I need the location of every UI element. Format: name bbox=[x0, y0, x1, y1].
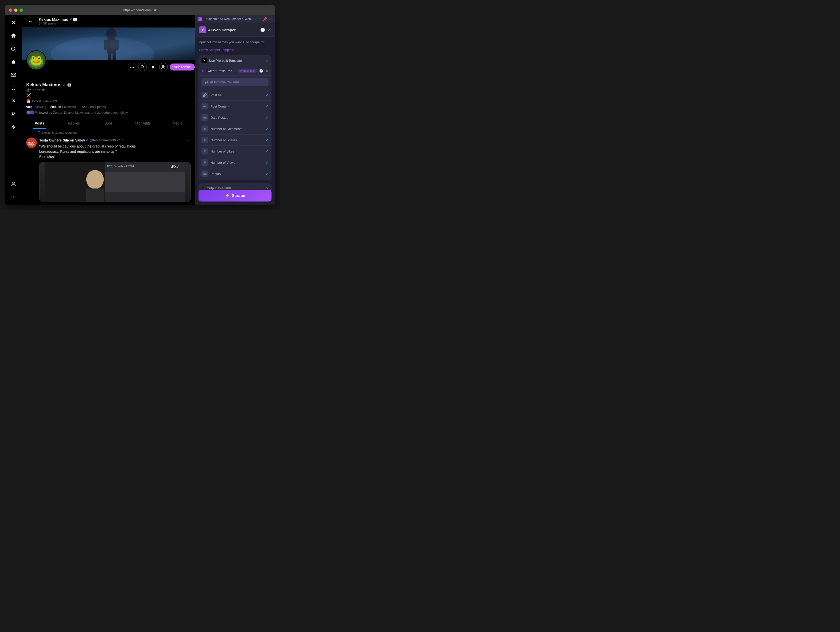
close-panel-icon[interactable]: ✕ bbox=[268, 27, 271, 32]
pin-icon[interactable]: 📌 bbox=[263, 17, 267, 21]
notification-bell-button[interactable] bbox=[149, 63, 157, 71]
field-post-content-check: ✔ bbox=[265, 104, 268, 109]
field-num-shares-label: Number of Shares bbox=[210, 138, 263, 142]
profile-verified-icon: ✔ bbox=[63, 83, 66, 87]
sidebar-item-communities[interactable] bbox=[8, 108, 19, 120]
more-options-button[interactable]: ••• bbox=[128, 63, 136, 71]
close-prebuilt-icon[interactable]: ✕ bbox=[265, 58, 268, 63]
ai-improve-columns-button[interactable]: ✨ AI Improve Columns bbox=[202, 78, 268, 86]
table-icon: ⊞ bbox=[202, 186, 205, 190]
field-num-comments-check: ✔ bbox=[265, 126, 268, 131]
svg-point-21 bbox=[30, 60, 42, 68]
thunderbit-panel-title: AI Web Scraper bbox=[208, 28, 236, 32]
follow-button[interactable] bbox=[159, 63, 168, 71]
browser-window: https://x.com/elonmusk ✕ bbox=[5, 5, 275, 205]
tab-posts[interactable]: Posts bbox=[22, 118, 57, 129]
tweet-media[interactable]: WSJ, December 9, 2020 WSJ bbox=[39, 162, 191, 202]
tweet-author: Tesla Owners Silicon Valley ✔ @teslaowne… bbox=[39, 138, 125, 142]
svg-point-31 bbox=[162, 65, 164, 67]
svg-point-27 bbox=[39, 59, 40, 60]
sidebar-item-bookmarks[interactable] bbox=[8, 82, 19, 94]
output-chevron-icon: ∨ bbox=[266, 186, 268, 190]
thunderbit-header: ⚡ AI Web Scraper 🕐 ✕ bbox=[195, 23, 275, 36]
minimize-button[interactable] bbox=[14, 8, 17, 12]
subscriptions-stat[interactable]: 185 Subscriptions bbox=[80, 105, 106, 109]
template-history-icon[interactable]: 🕐 bbox=[259, 69, 263, 73]
scrape-button[interactable]: ⚡ Scrape bbox=[199, 190, 272, 202]
sidebar-item-grok[interactable] bbox=[8, 121, 19, 133]
text-field-icon-3: Aa bbox=[202, 171, 208, 177]
svg-line-30 bbox=[143, 68, 144, 69]
tab-highlights[interactable]: Highlights bbox=[126, 118, 160, 129]
thunderbit-header-left: ⚡ AI Web Scraper bbox=[199, 26, 236, 33]
tweet-more-button[interactable]: ··· bbox=[187, 137, 191, 143]
followed-avatars bbox=[26, 110, 33, 115]
svg-point-20 bbox=[29, 55, 43, 68]
followers-stat[interactable]: 209.8M Followers bbox=[50, 105, 76, 109]
thunderbit-favicon: ⚡ bbox=[198, 17, 202, 21]
field-post-url: 🔗 Post URL ✔ bbox=[199, 90, 272, 101]
maximize-button[interactable] bbox=[19, 8, 23, 12]
svg-rect-15 bbox=[115, 40, 118, 50]
close-button[interactable] bbox=[9, 8, 12, 12]
new-scraper-template-button[interactable]: + New Scraper Template bbox=[199, 48, 272, 52]
sidebar-item-notifications[interactable] bbox=[8, 56, 19, 68]
subscribe-button[interactable]: Subscribe bbox=[170, 63, 195, 71]
browser-content: ✕ ✕ bbox=[5, 15, 275, 205]
url-bar[interactable]: https://x.com/elonmusk bbox=[123, 8, 157, 12]
profile-joined: 📅 Joined June 2009 bbox=[26, 99, 191, 103]
profile-nav-name: Kekius Maximus ✔ X bbox=[39, 17, 77, 22]
field-photos-label: Photos bbox=[210, 172, 263, 176]
thunderbit-logo-icon: ⚡ bbox=[199, 26, 206, 33]
use-prebuilt-left: ✕ Use Pre-built Template bbox=[202, 58, 242, 63]
template-delete-icon[interactable]: 🗑 bbox=[265, 69, 268, 73]
back-button[interactable]: ← bbox=[26, 17, 35, 25]
sidebar-item-more[interactable] bbox=[8, 191, 19, 203]
field-photos-check: ✔ bbox=[265, 172, 268, 176]
tab-media[interactable]: Media bbox=[160, 118, 195, 129]
close-tab-icon[interactable]: ✕ bbox=[269, 17, 272, 21]
svg-point-12 bbox=[106, 28, 117, 40]
field-list: 🔗 Post URL ✔ Aa Post Content ✔ Aa Date P… bbox=[199, 88, 272, 180]
profile-x-badge: X bbox=[68, 84, 71, 87]
field-date-posted-check: ✔ bbox=[265, 115, 268, 120]
thunderbit-panel: ⚡ Thunderbit: AI Web Scraper & Web A... … bbox=[195, 15, 275, 205]
sidebar-item-home[interactable] bbox=[8, 30, 19, 42]
tab-subs[interactable]: Subs bbox=[91, 118, 126, 129]
svg-point-9 bbox=[15, 196, 16, 198]
output-as-table-row[interactable]: ⊞ Output as a table ∨ bbox=[199, 183, 272, 190]
use-prebuilt-header: ✕ Use Pre-built Template ✕ bbox=[199, 55, 272, 66]
search-profile-button[interactable] bbox=[138, 63, 147, 71]
tweet-avatar: TESLA OWNERS SV bbox=[26, 137, 37, 148]
field-date-posted: Aa Date Posted ✔ bbox=[199, 112, 272, 123]
profile-nav: ← Kekius Maximus ✔ X 64.5K posts bbox=[22, 15, 195, 28]
svg-point-6 bbox=[13, 182, 14, 184]
profile-nav-info: Kekius Maximus ✔ X 64.5K posts bbox=[39, 17, 77, 25]
sidebar-item-messages[interactable] bbox=[8, 69, 19, 81]
profile-tabs: Posts Replies Subs Highlights Media bbox=[22, 118, 195, 129]
output-label: Output as a table bbox=[207, 186, 232, 190]
tweet-feed[interactable]: Kekius Maximus reposted TESLA OWNERS SV bbox=[22, 129, 195, 205]
number-field-icon-3: # bbox=[202, 148, 208, 155]
sidebar-item-profile[interactable] bbox=[8, 178, 19, 190]
sidebar-item-home-x[interactable]: ✕ bbox=[8, 17, 19, 29]
svg-point-23 bbox=[37, 58, 41, 61]
sidebar-item-premium[interactable]: ✕ bbox=[8, 95, 19, 107]
number-field-icon-4: # bbox=[202, 159, 208, 166]
field-num-likes-label: Number of Likes bbox=[210, 150, 263, 153]
twitter-profile-template-row[interactable]: ● Twitter Profile Pos Prebuilt-built 🕐 🗑 bbox=[199, 66, 272, 76]
profile-actions: ••• Subscribe bbox=[128, 63, 195, 71]
svg-rect-42 bbox=[105, 172, 185, 192]
sparkle-icon: ✨ bbox=[205, 80, 208, 84]
profile-stats: 909 Following 209.8M Followers 185 Subsc… bbox=[26, 105, 191, 109]
field-post-content-label: Post Content bbox=[210, 104, 263, 108]
svg-text:WSJ, December 9, 2020: WSJ, December 9, 2020 bbox=[107, 164, 134, 167]
tab-replies[interactable]: Replies bbox=[57, 118, 91, 129]
field-num-comments-label: Number of Comments bbox=[210, 127, 263, 131]
following-stat[interactable]: 909 Following bbox=[26, 105, 46, 109]
scrape-icon: ⚡ bbox=[225, 193, 230, 198]
history-icon[interactable]: 🕐 bbox=[260, 27, 265, 32]
svg-point-0 bbox=[11, 47, 15, 51]
sidebar-item-search[interactable] bbox=[8, 43, 19, 55]
thunderbit-header-icons: 🕐 ✕ bbox=[260, 27, 271, 32]
